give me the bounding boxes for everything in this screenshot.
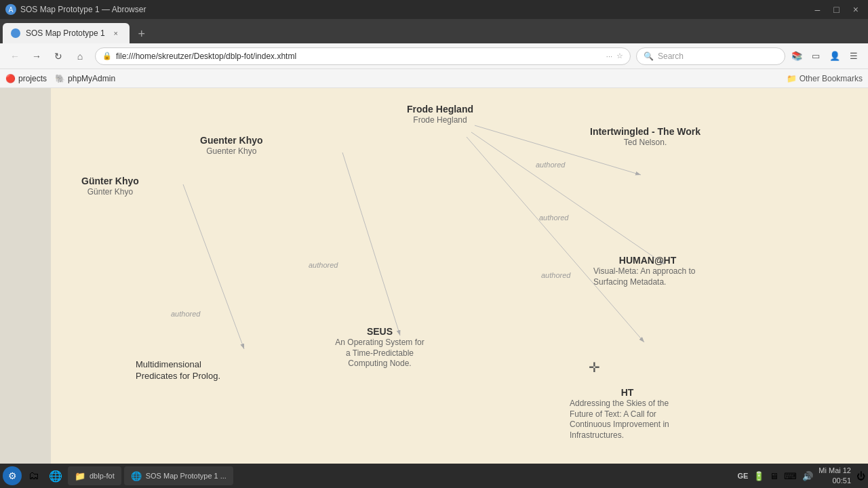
address-more-icon: ···: [606, 52, 612, 60]
address-lock-icon: 🔒: [102, 52, 112, 60]
svg-line-2: [471, 132, 665, 264]
node-seus-subtitle: An Operating System for a Time-Predictab…: [332, 338, 427, 369]
arrow-label-1: authored: [536, 161, 565, 169]
browser-icon: A: [5, 4, 16, 15]
minimize-button[interactable]: –: [811, 3, 825, 16]
cursor-crosshair: ✛: [589, 359, 600, 375]
node-frode-hegland[interactable]: Frode Hegland Frode Hegland: [407, 103, 473, 126]
node-human-at-ht-subtitle: Visual-Meta: An approach to Surfacing Me…: [593, 266, 702, 287]
node-gunter-khyo[interactable]: Günter Khyo Günter Khyo: [81, 175, 139, 198]
window-title: SOS Map Prototype 1 — Abrowser: [20, 5, 146, 14]
svg-line-4: [342, 152, 400, 336]
taskbar-browser-window[interactable]: 🌐 SOS Map Prototype 1 ...: [124, 466, 233, 485]
home-button[interactable]: ⌂: [71, 47, 90, 66]
taskbar-start-icon[interactable]: ⚙: [3, 466, 22, 485]
forward-button[interactable]: →: [27, 47, 46, 66]
node-seus[interactable]: SEUS An Operating System for a Time-Pred…: [332, 325, 427, 369]
titlebar: A SOS Map Prototype 1 — Abrowser – □ ×: [0, 0, 868, 19]
profile-button[interactable]: 👤: [826, 47, 844, 65]
keyboard-icon: ⌨: [784, 471, 797, 481]
node-frode-hegland-title: Frode Hegland: [407, 103, 473, 115]
maximize-button[interactable]: □: [829, 3, 843, 16]
navigation-bar: ← → ↻ ⌂ 🔒 file:///home/skreutzer/Desktop…: [0, 43, 868, 69]
arrow-label-3: authored: [541, 271, 570, 279]
window-controls[interactable]: – □ ×: [811, 3, 863, 16]
tab-bar: SOS Map Prototype 1 × +: [0, 19, 868, 43]
taskbar-time: 00:51: [818, 476, 851, 486]
taskbar-browser-window-label: SOS Map Prototype 1 ...: [146, 472, 226, 480]
arrow-label-5: authored: [171, 310, 200, 318]
node-ht-title: HT: [570, 386, 685, 399]
address-text: file:///home/skreutzer/Desktop/dblp-fot/…: [116, 52, 602, 61]
taskbar-files-icon[interactable]: 🗂: [24, 466, 43, 485]
file-manager-label: dblp-fot: [90, 472, 115, 480]
close-button[interactable]: ×: [849, 3, 863, 16]
other-bookmarks-label: Other Bookmarks: [800, 74, 863, 83]
taskbar-date: Mi Mai 12: [818, 466, 851, 476]
search-bar[interactable]: 🔍 Search: [636, 47, 785, 65]
battery-icon: 🔋: [753, 471, 764, 481]
node-guenter-khyo-title: Guenter Khyo: [200, 134, 263, 146]
search-icon: 🔍: [644, 52, 654, 61]
node-ht-subtitle: Addressing the Skies of the Future of Te…: [570, 399, 685, 441]
library-button[interactable]: 📚: [788, 47, 806, 65]
tab-label: SOS Map Prototype 1: [26, 28, 105, 38]
taskbar-system-tray: GE 🔋 🖥 ⌨ 🔊 Mi Mai 12 00:51 ⏻: [737, 466, 865, 487]
file-manager-icon: 📁: [75, 471, 85, 481]
back-button[interactable]: ←: [5, 47, 24, 66]
projects-label: projects: [18, 74, 47, 83]
power-icon: ⏻: [856, 471, 865, 481]
taskbar-file-manager[interactable]: 📁 dblp-fot: [68, 466, 121, 485]
svg-line-5: [183, 184, 244, 349]
arrows-overlay: [0, 88, 868, 464]
taskbar: ⚙ 🗂 🌐 📁 dblp-fot 🌐 SOS Map Prototype 1 .…: [0, 464, 868, 488]
taskbar-clock: Mi Mai 12 00:51: [818, 466, 851, 487]
active-tab[interactable]: SOS Map Prototype 1 ×: [3, 23, 130, 43]
taskbar-browser-window-icon: 🌐: [131, 471, 142, 481]
bookmark-projects[interactable]: 🔴 projects: [5, 74, 47, 83]
node-ht[interactable]: HT Addressing the Skies of the Future of…: [570, 386, 685, 441]
map-canvas[interactable]: authored authored authored authored auth…: [0, 88, 868, 464]
address-bar[interactable]: 🔒 file:///home/skreutzer/Desktop/dblp-fo…: [95, 47, 631, 65]
sidebar-button[interactable]: ▭: [807, 47, 825, 65]
arrow-label-2: authored: [539, 214, 568, 222]
phpmyadmin-label: phpMyAdmin: [68, 74, 115, 83]
monitor-icon: 🖥: [770, 471, 778, 481]
toolbar-right: 📚 ▭ 👤 ☰: [788, 47, 863, 65]
node-intertwingled-subtitle: Ted Nelson.: [590, 138, 701, 148]
titlebar-left: A SOS Map Prototype 1 — Abrowser: [5, 4, 146, 15]
node-seus-title: SEUS: [332, 325, 427, 338]
node-multidimensional[interactable]: Multidimensional Predicates for Prolog.: [136, 359, 231, 382]
bookmarks-bar: 🔴 projects 🐘 phpMyAdmin 📁 Other Bookmark…: [0, 69, 868, 88]
sound-icon: 🔊: [802, 471, 813, 481]
left-panel: [0, 88, 51, 464]
refresh-button[interactable]: ↻: [49, 47, 68, 66]
phpmyadmin-favicon: 🐘: [55, 74, 65, 83]
other-bookmarks[interactable]: 📁 Other Bookmarks: [787, 74, 863, 83]
node-gunter-khyo-subtitle: Günter Khyo: [81, 187, 139, 198]
tab-favicon: [11, 28, 20, 38]
node-human-at-ht-title: HUMAN@HT: [593, 254, 702, 266]
tab-close-button[interactable]: ×: [111, 28, 121, 39]
node-guenter-khyo[interactable]: Guenter Khyo Guenter Khyo: [200, 134, 263, 157]
arrow-label-4: authored: [309, 261, 338, 269]
node-intertwingled[interactable]: Intertwingled - The Work Ted Nelson.: [590, 125, 701, 148]
projects-favicon: 🔴: [5, 74, 16, 83]
search-placeholder: Search: [658, 52, 684, 61]
taskbar-browser-icon[interactable]: 🌐: [46, 466, 65, 485]
menu-button[interactable]: ☰: [845, 47, 863, 65]
new-tab-button[interactable]: +: [132, 24, 151, 43]
node-intertwingled-title: Intertwingled - The Work: [590, 125, 701, 138]
bookmarks-folder-icon: 📁: [787, 74, 797, 83]
bookmark-phpmyadmin[interactable]: 🐘 phpMyAdmin: [55, 74, 115, 83]
node-gunter-khyo-title: Günter Khyo: [81, 175, 139, 187]
node-guenter-khyo-subtitle: Guenter Khyo: [200, 146, 263, 157]
ge-label: GE: [737, 472, 748, 480]
address-bookmark-icon: ☆: [616, 52, 623, 60]
node-human-at-ht[interactable]: HUMAN@HT Visual-Meta: An approach to Sur…: [593, 254, 702, 287]
node-multidimensional-title: Multidimensional Predicates for Prolog.: [136, 359, 231, 382]
node-frode-hegland-subtitle: Frode Hegland: [407, 115, 473, 126]
